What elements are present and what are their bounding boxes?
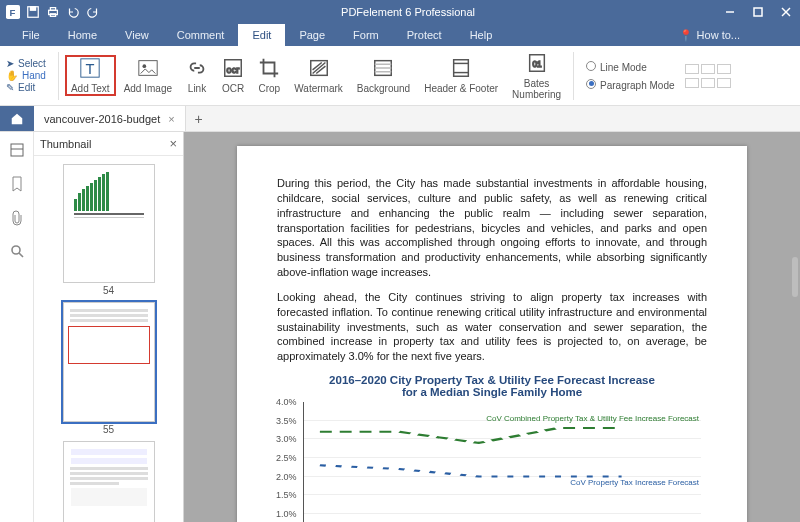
menu-edit[interactable]: Edit [238, 24, 285, 46]
text-icon: T [79, 57, 101, 79]
chart-title: 2016–2020 City Property Tax & Utility Fe… [277, 374, 707, 398]
thumbnails-icon[interactable] [9, 142, 25, 160]
search-icon[interactable] [10, 244, 24, 260]
side-rail [0, 132, 34, 522]
app-icon: F [6, 5, 20, 19]
thumbnail-panel: Thumbnail × 54 55 [34, 132, 184, 522]
document-tabs: vancouver-2016-budget × + [0, 106, 800, 132]
add-text-button[interactable]: T Add Text [65, 55, 116, 96]
svg-text:F: F [10, 7, 16, 18]
thumbnail-list[interactable]: 54 55 [34, 156, 183, 522]
svg-rect-22 [454, 60, 469, 77]
svg-point-29 [12, 246, 20, 254]
crop-button[interactable]: Crop [252, 55, 286, 96]
bookmark-icon[interactable] [10, 176, 24, 194]
crop-icon [258, 57, 280, 79]
bates-button[interactable]: 01 Bates Numbering [506, 50, 567, 102]
pdf-page: During this period, the City has made su… [237, 146, 747, 522]
svg-rect-27 [11, 144, 23, 156]
separator [58, 52, 59, 100]
tool-label: Header & Footer [424, 83, 498, 94]
align-icon[interactable] [717, 78, 731, 88]
new-tab-button[interactable]: + [186, 106, 212, 131]
menu-file[interactable]: File [8, 24, 54, 46]
title-bar: F PDFelement 6 Professional [0, 0, 800, 24]
thumbnail-page[interactable] [63, 441, 155, 522]
svg-text:01: 01 [532, 59, 542, 68]
forecast-chart: 0.5% 1.0% 1.5% 2.0% 2.5% 3.0% 3.5% 4.0% … [303, 402, 701, 522]
scrollbar-thumb[interactable] [792, 257, 798, 297]
panel-title: Thumbnail [40, 138, 91, 150]
align-buttons [685, 64, 731, 88]
legend-property-tax: CoV Property Tax Increase Forecast [570, 478, 699, 488]
print-icon[interactable] [46, 5, 60, 19]
svg-point-14 [142, 64, 146, 68]
pin-icon: 📍 [679, 29, 693, 42]
menu-page[interactable]: Page [285, 24, 339, 46]
align-icon[interactable] [685, 78, 699, 88]
tool-label: Bates Numbering [512, 78, 561, 100]
hand-tool[interactable]: ✋Hand [6, 70, 46, 81]
tool-label: Crop [258, 83, 280, 94]
doc-tab[interactable]: vancouver-2016-budget × [34, 106, 186, 131]
line-mode-radio[interactable]: Line Mode [586, 61, 675, 73]
svg-text:ocr: ocr [227, 65, 240, 75]
header-footer-button[interactable]: Header & Footer [418, 55, 504, 96]
svg-rect-5 [50, 8, 55, 11]
close-button[interactable] [772, 0, 800, 24]
background-button[interactable]: Background [351, 55, 416, 96]
bates-icon: 01 [526, 52, 548, 74]
tool-label: Watermark [294, 83, 343, 94]
watermark-button[interactable]: Watermark [288, 55, 349, 96]
maximize-button[interactable] [744, 0, 772, 24]
menu-comment[interactable]: Comment [163, 24, 239, 46]
menu-help[interactable]: Help [456, 24, 507, 46]
thumbnail-label: 54 [103, 285, 114, 296]
svg-rect-8 [754, 8, 762, 16]
tool-label: Add Text [71, 83, 110, 94]
link-button[interactable]: Link [180, 55, 214, 96]
thumbnail-page[interactable] [63, 302, 155, 421]
menu-form[interactable]: Form [339, 24, 393, 46]
close-icon[interactable]: × [169, 136, 177, 151]
add-image-button[interactable]: Add Image [118, 55, 178, 96]
redo-icon[interactable] [86, 5, 100, 19]
ocr-button[interactable]: ocr OCR [216, 55, 250, 96]
workspace: Thumbnail × 54 55 [0, 132, 800, 522]
window-title: PDFelement 6 Professional [100, 6, 716, 18]
how-to-link[interactable]: 📍 How to... [679, 29, 740, 42]
align-icon[interactable] [717, 64, 731, 74]
minimize-button[interactable] [716, 0, 744, 24]
tool-label: Background [357, 83, 410, 94]
edit-mode-group: Line Mode Paragraph Mode [586, 61, 675, 91]
svg-line-30 [19, 253, 23, 257]
tool-label: Add Image [124, 83, 172, 94]
attachment-icon[interactable] [10, 210, 24, 228]
tool-label: Link [188, 83, 206, 94]
menu-protect[interactable]: Protect [393, 24, 456, 46]
how-to-label: How to... [697, 29, 740, 41]
undo-icon[interactable] [66, 5, 80, 19]
thumbnail-page[interactable] [63, 164, 155, 283]
menu-home[interactable]: Home [54, 24, 111, 46]
image-icon [137, 57, 159, 79]
menu-view[interactable]: View [111, 24, 163, 46]
link-icon [186, 57, 208, 79]
home-tab[interactable] [0, 106, 34, 131]
paragraph-mode-radio[interactable]: Paragraph Mode [586, 79, 675, 91]
document-viewport[interactable]: During this period, the City has made su… [184, 132, 800, 522]
save-icon[interactable] [26, 5, 40, 19]
header-footer-icon [450, 57, 472, 79]
body-paragraph: Looking ahead, the City continues strivi… [277, 290, 707, 364]
edit-ribbon: ➤Select ✋Hand ✎Edit T Add Text Add Image… [0, 46, 800, 106]
window-controls [716, 0, 800, 24]
align-icon[interactable] [701, 64, 715, 74]
svg-rect-3 [30, 7, 35, 11]
close-icon[interactable]: × [168, 113, 174, 125]
select-tool[interactable]: ➤Select [6, 58, 46, 69]
hand-icon: ✋ [6, 70, 18, 81]
body-paragraph: During this period, the City has made su… [277, 176, 707, 280]
align-icon[interactable] [701, 78, 715, 88]
align-icon[interactable] [685, 64, 699, 74]
edit-tool[interactable]: ✎Edit [6, 82, 46, 93]
